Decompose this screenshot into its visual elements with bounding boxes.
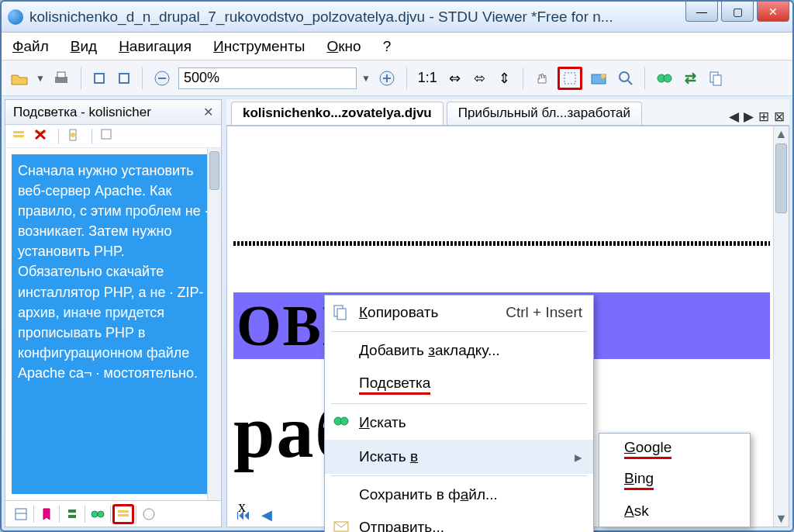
- svg-line-13: [628, 81, 632, 85]
- ctx-bookmark[interactable]: Добавить закладку...: [325, 333, 593, 368]
- open-button[interactable]: [8, 67, 31, 90]
- svg-rect-3: [119, 74, 129, 83]
- ctx-send[interactable]: Отправить...: [325, 512, 593, 532]
- tab-grid-icon[interactable]: ⊞: [758, 109, 769, 125]
- svg-rect-2: [95, 74, 104, 83]
- ctx-copy-shortcut: Ctrl + Insert: [506, 304, 582, 321]
- scale-11-button[interactable]: 1:1: [415, 67, 440, 90]
- scroll-up-icon[interactable]: ▲: [774, 126, 789, 142]
- zoom-field[interactable]: 500%: [178, 67, 357, 89]
- tab-bookmarks[interactable]: [36, 504, 57, 524]
- titlebar: kolisnichenko_d_n_drupal_7_rukovodstvo_p…: [2, 2, 792, 33]
- svg-rect-18: [13, 131, 24, 133]
- sub-ask[interactable]: Ask: [599, 496, 750, 527]
- hand-tool-button[interactable]: [531, 67, 553, 90]
- document-tabs: kolisnichenko...zovatelya.djvu Прибыльны…: [226, 99, 789, 126]
- rotate-left-button[interactable]: [89, 67, 109, 90]
- tab-info[interactable]: [138, 504, 160, 524]
- ctx-copy[interactable]: Копировать Ctrl + Insert: [325, 295, 593, 330]
- ctx-save[interactable]: Сохранить в файл...: [325, 478, 593, 512]
- swap-button[interactable]: ⇄: [681, 67, 701, 90]
- viewer-scrollbar[interactable]: ▲ ▼: [773, 126, 789, 527]
- svg-rect-25: [16, 509, 26, 520]
- svg-rect-28: [68, 515, 76, 518]
- sub-google[interactable]: Google: [599, 434, 750, 465]
- tab-highlights[interactable]: [112, 504, 134, 524]
- menu-file[interactable]: Файл: [12, 38, 49, 55]
- svg-rect-27: [68, 510, 76, 513]
- scroll-down-icon[interactable]: ▼: [774, 511, 789, 527]
- tab-active[interactable]: kolisnichenko...zovatelya.djvu: [231, 102, 444, 125]
- minimize-button[interactable]: —: [685, 2, 718, 22]
- options-icon[interactable]: [100, 128, 117, 145]
- submenu-arrow-icon: ▸: [575, 448, 582, 466]
- find-button[interactable]: [653, 67, 676, 90]
- svg-point-33: [143, 509, 154, 520]
- highlight-del-icon[interactable]: [33, 128, 50, 145]
- copy-button[interactable]: [706, 67, 726, 90]
- menu-nav[interactable]: Навигация: [119, 38, 192, 55]
- close-button[interactable]: ✕: [757, 2, 789, 22]
- svg-rect-35: [337, 309, 346, 320]
- fit-height-button[interactable]: ⇕: [495, 67, 515, 90]
- sub-bing[interactable]: Bing: [599, 465, 750, 496]
- highlight-add-icon[interactable]: [12, 128, 29, 145]
- sidebar-scrollbar[interactable]: [207, 148, 221, 500]
- search-submenu: Google Bing Ask: [599, 433, 751, 527]
- svg-rect-8: [386, 74, 388, 82]
- tab-contents[interactable]: [61, 504, 83, 524]
- svg-rect-32: [118, 514, 129, 516]
- print-button[interactable]: [50, 67, 73, 90]
- svg-rect-31: [118, 510, 129, 513]
- tab-prev-icon[interactable]: ◀: [729, 109, 739, 125]
- menubar: Файл Вид Навигация Инструменты Окно ?: [2, 33, 792, 60]
- window-title: kolisnichenko_d_n_drupal_7_rukovodstvo_p…: [29, 9, 786, 26]
- zoom-value: 500%: [184, 70, 219, 86]
- sidebar-view-tabs: [5, 500, 221, 527]
- svg-rect-17: [713, 75, 721, 85]
- sidebar-close-icon[interactable]: ✕: [203, 105, 213, 119]
- fit-page-button[interactable]: ⬄: [470, 67, 490, 90]
- tab-search[interactable]: [87, 504, 109, 524]
- page-nav: ⏮ ◀: [234, 506, 276, 524]
- fit-width-button[interactable]: ⇔: [445, 67, 465, 90]
- menu-view[interactable]: Вид: [71, 38, 97, 55]
- ctx-search[interactable]: Искать: [325, 406, 593, 440]
- svg-point-37: [340, 417, 348, 425]
- tab-next-icon[interactable]: ▶: [744, 109, 754, 125]
- svg-rect-1: [57, 72, 65, 78]
- prev-page-button[interactable]: ◀: [257, 506, 276, 524]
- zoom-out-button[interactable]: [150, 67, 174, 90]
- select-tool-button[interactable]: [558, 67, 582, 90]
- svg-rect-19: [13, 135, 24, 137]
- menu-help[interactable]: ?: [383, 38, 392, 55]
- svg-point-11: [601, 74, 606, 78]
- zoom-in-button[interactable]: [375, 67, 399, 90]
- tab-thumbnails[interactable]: [10, 504, 32, 524]
- rotate-right-button[interactable]: [114, 67, 134, 90]
- page-rule: [233, 241, 770, 246]
- ctx-search-in[interactable]: Искать в▸: [325, 440, 593, 474]
- menu-window[interactable]: Окно: [326, 38, 361, 55]
- svg-point-29: [91, 511, 98, 517]
- first-page-button[interactable]: ⏮: [234, 506, 253, 524]
- svg-point-12: [620, 72, 629, 81]
- sidebar-title: Подсветка - kolisnicher: [13, 105, 151, 120]
- app-window: kolisnichenko_d_n_drupal_7_rukovodstvo_p…: [0, 0, 794, 532]
- svg-point-30: [98, 511, 104, 517]
- svg-rect-24: [102, 130, 111, 139]
- sidebar-toolbar: [5, 125, 221, 148]
- tab-other[interactable]: Прибыльный бл...заработай: [447, 102, 642, 125]
- context-menu: Копировать Ctrl + Insert Добавить заклад…: [324, 295, 594, 532]
- menu-tools[interactable]: Инструменты: [213, 38, 305, 55]
- magnifier-button[interactable]: [615, 67, 637, 90]
- snapshot-button[interactable]: [587, 67, 610, 90]
- ctx-highlight[interactable]: Подсветка: [325, 368, 593, 402]
- sidebar-tab[interactable]: Подсветка - kolisnicher ✕: [5, 100, 221, 125]
- export-icon[interactable]: [67, 128, 84, 145]
- highlight-text[interactable]: Сначала нужно установить веб-сервер Apac…: [12, 154, 215, 494]
- sidebar: Подсветка - kolisnicher ✕ Сначала нужно …: [5, 99, 222, 527]
- svg-point-23: [71, 133, 75, 137]
- maximize-button[interactable]: ▢: [721, 2, 754, 22]
- tab-close-icon[interactable]: ⊠: [774, 109, 785, 125]
